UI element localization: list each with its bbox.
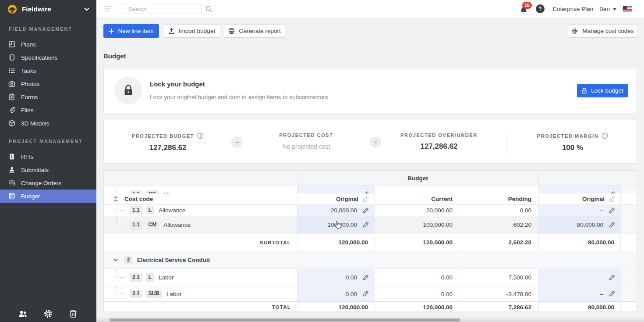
manage-cost-codes-button[interactable]: Manage cost codes [568,24,637,38]
group-row[interactable]: 2 Electrical Service Conduit [104,251,637,269]
column-original-cost: Original [582,196,605,202]
table-header-row: Cost code Original Current Pending Origi… [104,193,637,205]
original-budget-cell[interactable]: 0.00 [297,269,374,286]
collapse-all-icon[interactable] [113,196,118,202]
edit-icon[interactable] [608,290,615,297]
search-input[interactable] [116,4,205,14]
original-budget-cell[interactable]: 20,000.00 [297,205,374,216]
calculator-icon [8,193,15,200]
cost-code-badge: 2.1 [130,290,142,298]
original-cost-cell[interactable]: – [538,205,620,216]
sidebar-item-label: RFIs [21,154,34,160]
sidebar-item-label: 3D Models [21,120,50,127]
generate-report-button[interactable]: Generate report [224,24,285,38]
unlock-icon[interactable] [363,196,369,202]
original-cost-cell[interactable]: – [538,286,620,301]
stat-value: 100 % [511,143,634,152]
sidebar-item-label: Specifications [21,54,57,61]
cost-type-badge: L [146,273,154,281]
stamp-icon [8,166,15,173]
trash-icon[interactable] [69,309,79,318]
column-current: Current [431,196,453,202]
user-menu[interactable]: Ben [599,6,616,12]
new-line-item-button[interactable]: New line item [103,24,159,38]
table-row[interactable]: 2.1 SUB Labor 0.00 0.00 -3.478.00 – [104,286,637,301]
subtotal-row: SUBTOTAL 120,000.00 120,000.00 2,602.20 … [104,234,637,251]
rfi-document-icon [8,153,15,160]
sidebar-item-change-orders[interactable]: Change Orders [0,176,96,190]
total-label: TOTAL [272,304,291,310]
sidebar-item-plans[interactable]: Plans [0,38,96,51]
sidebar-item-3d-models[interactable]: 3D Models [0,117,96,130]
flag-us-icon[interactable] [623,6,632,12]
cost-code-badge: 1.1 [130,190,142,193]
people-icon[interactable] [18,309,28,318]
table-row[interactable]: 2.1 L Labor 0.00 0.00 7,500.00 – [104,269,637,286]
cost-type-badge: SUB [146,290,162,298]
edit-icon[interactable] [362,222,369,229]
edit-icon[interactable] [362,207,369,214]
files-icon [8,107,15,114]
tree-connector [116,186,126,193]
stat-value: No projected cost [245,143,368,150]
info-icon[interactable] [197,132,204,139]
current-budget-cell: 0.00 [374,269,459,286]
brand-name: Fieldwire [22,5,51,13]
import-budget-button[interactable]: Import budget [163,24,220,38]
lock-budget-button[interactable]: Lock budget [577,84,628,97]
tree-connector [116,216,126,225]
caret-down-icon [613,8,616,11]
hamburger-icon[interactable] [104,6,111,12]
original-budget-cell[interactable]: 100,000.00 [297,216,374,233]
upload-icon [168,28,175,34]
forms-icon [8,93,15,100]
cost-code-badge: 1.1 [130,221,142,229]
horizontal-scrollbar[interactable] [110,318,460,322]
edit-icon[interactable] [608,222,615,229]
stat-projected-budget: PROJECTED BUDGET 127,286.62 [106,132,229,152]
photos-icon [8,80,15,87]
group-code-badge: 2 [124,256,133,264]
lock-banner-subtitle: Lock your original budget and cost to as… [150,94,328,100]
edit-icon[interactable] [608,207,615,214]
sidebar-item-forms[interactable]: Forms [0,90,96,104]
tree-connector [116,269,126,278]
table-row[interactable]: 1.1 L Allowance 20,000.00 20,000.00 0.00… [104,205,637,216]
sidebar-item-submittals[interactable]: Submittals [0,163,96,176]
stats-divider [506,130,506,154]
table-row[interactable]: 1.1 CM Allowance 100,000.00 100,000.00 6… [104,216,637,234]
gear-icon [571,28,578,35]
chevron-down-icon[interactable] [113,258,118,261]
pending-budget-cell: 602.20 [459,216,538,233]
edit-icon[interactable] [608,274,615,281]
edit-icon[interactable] [362,274,369,281]
sidebar-item-specifications[interactable]: Specifications [0,51,96,64]
search-box[interactable] [116,4,202,14]
gear-icon[interactable] [43,309,54,318]
current-budget-cell: 100,000.00 [374,216,459,233]
notification-badge: 15 [522,2,532,9]
clipped-row-band: 1.1 CC Allowance [104,186,637,193]
edit-icon[interactable] [362,290,369,297]
pending-budget-cell: 0.00 [459,205,538,216]
unlock-icon[interactable] [609,196,615,202]
pending-budget-cell [459,186,538,193]
sidebar-item-budget[interactable]: Budget [0,190,96,203]
project-switcher[interactable]: Fieldwire [0,0,96,18]
table-row-clipped[interactable]: 1.1 CC Allowance [104,186,637,193]
sidebar-item-rfis[interactable]: RFIs [0,150,96,163]
original-budget-cell[interactable] [297,186,374,193]
original-cost-cell[interactable]: 80,000.00 [538,216,620,233]
info-icon[interactable] [602,132,608,139]
original-cost-cell[interactable] [538,186,620,193]
original-cost-cell[interactable]: – [538,269,620,286]
sidebar-item-photos[interactable]: Photos [0,77,96,90]
sidebar-item-files[interactable]: Files [0,104,96,117]
sidebar-item-tasks[interactable]: Tasks [0,64,96,77]
subtotal-label: SUBTOTAL [260,240,291,245]
help-icon[interactable]: ? [536,4,545,13]
search-icon [205,6,212,12]
stats-bar: PROJECTED BUDGET 127,286.62 − PROJECTED … [103,120,637,164]
original-budget-cell[interactable]: 0.00 [297,286,374,301]
lock-banner-title: Lock your budget [150,80,205,88]
